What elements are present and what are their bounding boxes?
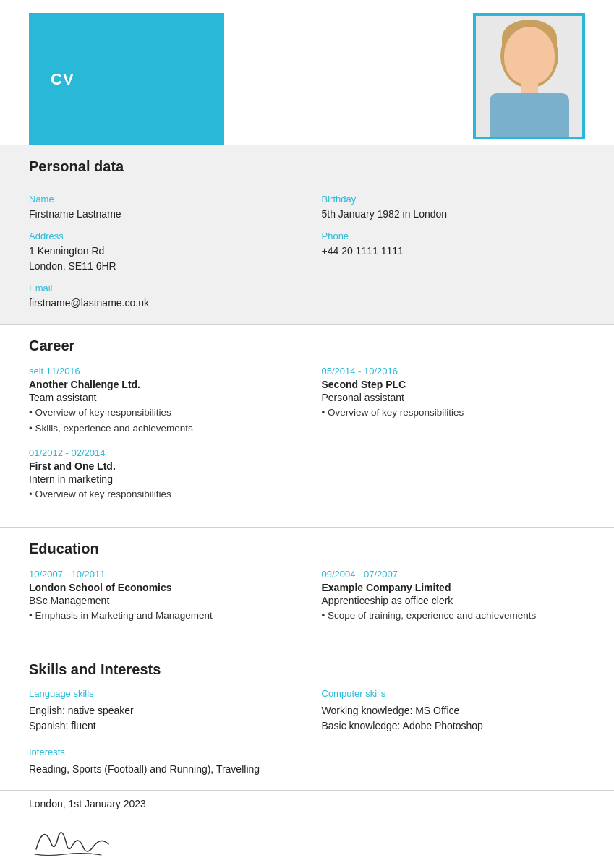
skills-left: Language skills English: native speaker … [29, 688, 293, 777]
photo-area [224, 13, 585, 145]
education-company-1: London School of Economics [29, 582, 293, 593]
career-bullets-3: • Overview of key responsibilities [29, 486, 293, 502]
phone-label: Phone [322, 231, 586, 241]
skills-grid: Language skills English: native speaker … [29, 688, 585, 777]
career-bullets-2: • Overview of key responsibilities [322, 405, 586, 421]
signature-area: London, 1st January 2023 [0, 791, 614, 868]
education-grid: 10/2007 - 10/2011 London School of Econo… [29, 567, 585, 635]
education-role-1: BSc Management [29, 595, 293, 606]
career-title: Career [29, 338, 585, 354]
career-role-3: Intern in marketing [29, 473, 293, 485]
name-value: Firstname Lastname [29, 207, 293, 222]
personal-right: Birthday 5th January 1982 in London Phon… [322, 185, 586, 311]
career-company-2: Second Step PLC [322, 379, 586, 390]
education-left: 10/2007 - 10/2011 London School of Econo… [29, 567, 293, 635]
career-section: Career seit 11/2016 Another Challenge Lt… [0, 325, 614, 528]
address-label: Address [29, 231, 293, 241]
interests-label: Interests [29, 747, 293, 757]
body [490, 93, 569, 137]
education-role-2: Apprenticeship as office clerk [322, 595, 586, 606]
photo-box [473, 13, 585, 139]
personal-grid: Name Firstname Lastname Address 1 Kennin… [29, 185, 585, 311]
education-bullets-1: • Emphasis in Marketing and Management [29, 608, 293, 624]
photo-placeholder [476, 16, 582, 137]
career-company-1: Another Challenge Ltd. [29, 379, 293, 390]
personal-left: Name Firstname Lastname Address 1 Kennin… [29, 185, 293, 311]
career-company-3: First and One Ltd. [29, 460, 293, 472]
email-value: firstname@lastname.co.uk [29, 296, 293, 311]
personal-section: Personal data Name Firstname Lastname Ad… [0, 145, 614, 325]
email-label: Email [29, 283, 293, 293]
career-date-2: 05/2014 - 10/2016 [322, 366, 586, 377]
address-value: 1 Kennington Rd London, SE11 6HR [29, 244, 293, 274]
language-label: Language skills [29, 688, 293, 699]
education-section: Education 10/2007 - 10/2011 London Schoo… [0, 528, 614, 649]
phone-value: +44 20 1111 1111 [322, 244, 586, 259]
career-date-1: seit 11/2016 [29, 366, 293, 377]
face [504, 27, 555, 85]
skills-section: Skills and Interests Language skills Eng… [0, 648, 614, 791]
education-date-2: 09/2004 - 07/2007 [322, 569, 586, 580]
skills-right: Computer skills Working knowledge: MS Of… [322, 688, 586, 777]
signature-location: London, 1st January 2023 [29, 798, 585, 809]
career-entry-1: seit 11/2016 Another Challenge Ltd. Team… [29, 366, 293, 436]
language-value: English: native speaker Spanish: fluent [29, 703, 293, 734]
signature-svg [29, 817, 123, 860]
birthday-label: Birthday [322, 194, 586, 205]
education-company-2: Example Company Limited [322, 582, 586, 593]
cv-title: CV [29, 13, 224, 145]
career-date-3: 01/2012 - 02/2014 [29, 447, 293, 458]
header: CV [0, 0, 614, 145]
career-bullets-1: • Overview of key responsibilities • Ski… [29, 405, 293, 436]
personal-title: Personal data [29, 158, 585, 175]
career-role-2: Personal assistant [322, 392, 586, 403]
education-entry-2: 09/2004 - 07/2007 Example Company Limite… [322, 569, 586, 624]
skills-title: Skills and Interests [29, 661, 585, 678]
career-left: seit 11/2016 Another Challenge Ltd. Team… [29, 364, 293, 514]
education-right: 09/2004 - 07/2007 Example Company Limite… [322, 567, 586, 635]
education-entry-1: 10/2007 - 10/2011 London School of Econo… [29, 569, 293, 624]
name-label: Name [29, 194, 293, 205]
career-grid: seit 11/2016 Another Challenge Ltd. Team… [29, 364, 585, 514]
interests-value: Reading, Sports (Football) and Running),… [29, 762, 293, 777]
career-role-1: Team assistant [29, 392, 293, 403]
education-title: Education [29, 541, 585, 557]
career-right: 05/2014 - 10/2016 Second Step PLC Person… [322, 364, 586, 514]
education-bullets-2: • Scope of training, experience and achi… [322, 608, 586, 624]
computer-value: Working knowledge: MS Office Basic knowl… [322, 703, 586, 734]
computer-label: Computer skills [322, 688, 586, 699]
career-entry-2: 05/2014 - 10/2016 Second Step PLC Person… [322, 366, 586, 421]
career-entry-3: 01/2012 - 02/2014 First and One Ltd. Int… [29, 447, 293, 502]
education-date-1: 10/2007 - 10/2011 [29, 569, 293, 580]
birthday-value: 5th January 1982 in London [322, 207, 586, 222]
